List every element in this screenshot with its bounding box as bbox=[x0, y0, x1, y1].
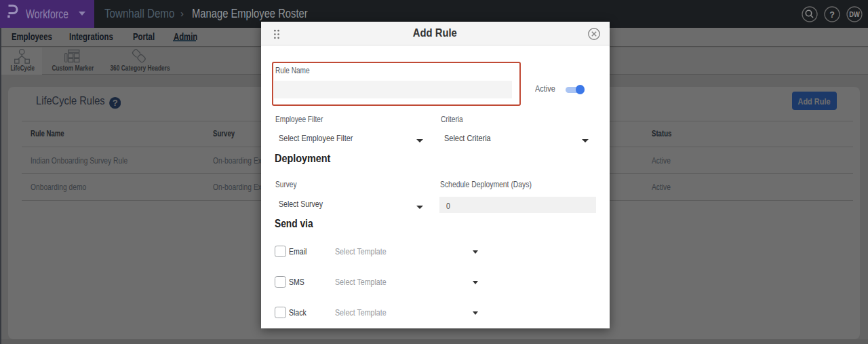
svg-text:?: ? bbox=[829, 9, 835, 19]
svg-text:DW: DW bbox=[849, 9, 860, 18]
